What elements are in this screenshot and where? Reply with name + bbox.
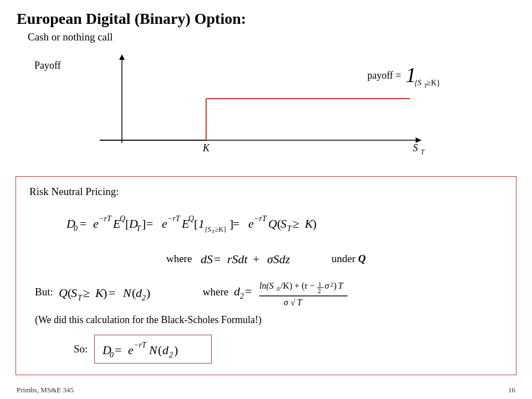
svg-text:2: 2 — [142, 294, 146, 302]
svg-text:−rT: −rT — [254, 214, 267, 223]
svg-text:2: 2 — [330, 281, 334, 288]
svg-text:≥K}: ≥K} — [215, 226, 227, 233]
svg-text:e: e — [162, 217, 167, 231]
svg-text:Q: Q — [59, 286, 68, 300]
svg-text:≥: ≥ — [293, 217, 299, 231]
svg-text:T: T — [297, 298, 303, 306]
svg-text:0: 0 — [277, 285, 280, 292]
main-formula-svg: D 0 = e −rT E Q [ D T ] = e −rT E Q [ 1 … — [55, 206, 477, 239]
svg-text:2: 2 — [240, 292, 244, 300]
svg-text:[: [ — [194, 217, 198, 231]
so-formula-box: D 0 = e −rT N ( d 2 ) — [94, 335, 212, 364]
svg-text:√: √ — [290, 298, 295, 306]
svg-text:2: 2 — [169, 351, 173, 359]
svg-text:T: T — [287, 224, 292, 233]
svg-text:+: + — [253, 252, 259, 266]
svg-text:dS: dS — [201, 252, 213, 266]
svg-text:=: = — [80, 217, 86, 231]
note-text: (We did this calculation for the Black-S… — [29, 314, 503, 326]
svg-text:2: 2 — [318, 287, 321, 295]
svg-text:Q: Q — [268, 217, 277, 231]
svg-text:): ) — [334, 281, 336, 291]
svg-text:rSdt: rSdt — [227, 252, 248, 266]
but-formula-svg: Q ( S T ≥ K ) = N ( d 2 ) — [59, 280, 192, 304]
d2-formula-svg: d 2 = ln(S 0 /K) + (r − 1 2 σ 2 ) T σ √ … — [234, 278, 400, 306]
page-number: 16 — [508, 386, 515, 395]
svg-text:T: T — [136, 224, 141, 233]
svg-text:): ) — [103, 286, 107, 300]
svg-text:Q: Q — [120, 214, 125, 223]
svg-text:−rT: −rT — [134, 341, 147, 349]
payoff-chart-svg: K S T — [55, 54, 443, 165]
svg-text:Q: Q — [188, 214, 194, 223]
svg-text:0: 0 — [110, 351, 114, 359]
svg-text:): ) — [313, 217, 316, 231]
where-label-2: where — [203, 286, 228, 298]
svg-text:(: ( — [158, 343, 162, 357]
svg-text:σ: σ — [325, 281, 330, 290]
where-row: where dS = rSdt + σSdz under Q — [29, 249, 503, 269]
svg-text:≥: ≥ — [83, 286, 90, 300]
svg-text:S: S — [413, 142, 418, 154]
svg-text:=: = — [233, 217, 239, 231]
svg-text:): ) — [174, 343, 178, 357]
chart-area: Payoff payoff = 1 {S T ≥K} K — [0, 49, 532, 176]
where-label-1: where — [166, 253, 192, 265]
svg-text:e: e — [93, 217, 99, 231]
under-q-label: under Q — [331, 253, 366, 265]
but-row: But: Q ( S T ≥ K ) = N ( d 2 ) where d 2… — [29, 278, 503, 306]
svg-text:−rT: −rT — [167, 214, 181, 223]
svg-text:T: T — [338, 281, 344, 290]
subtitle: Cash or nothing call — [0, 30, 532, 49]
svg-text:=: = — [146, 217, 153, 231]
so-row: So: D 0 = e −rT N ( d 2 ) — [29, 335, 503, 364]
svg-text:): ) — [146, 286, 150, 300]
sde-formula-svg: dS = rSdt + σSdz — [201, 249, 323, 269]
svg-text:=: = — [109, 286, 115, 300]
svg-text:σSdz: σSdz — [267, 252, 290, 266]
footer-text: Primbs, MS&E 345 — [17, 386, 74, 395]
svg-text:e: e — [248, 217, 254, 231]
svg-text:{S: {S — [205, 226, 211, 233]
bottom-box: Risk Neutral Pricing: D 0 = e −rT E Q [ … — [16, 176, 516, 375]
svg-text:T: T — [78, 294, 83, 302]
svg-text:K: K — [202, 142, 210, 154]
svg-text:=: = — [245, 284, 252, 298]
svg-marker-5 — [119, 54, 125, 60]
svg-text:=: = — [214, 252, 221, 266]
so-formula-svg: D 0 = e −rT N ( d 2 ) — [100, 337, 206, 361]
svg-text:/K) + (r −: /K) + (r − — [280, 281, 315, 291]
main-formula-row: D 0 = e −rT E Q [ D T ] = e −rT E Q [ 1 … — [29, 206, 503, 239]
risk-neutral-title: Risk Neutral Pricing: — [29, 186, 503, 198]
svg-text:N: N — [149, 343, 158, 357]
svg-text:S: S — [280, 217, 287, 231]
svg-text:−rT: −rT — [99, 214, 112, 223]
page-title: European Digital (Binary) Option: — [0, 0, 532, 30]
svg-text:0: 0 — [74, 224, 78, 233]
svg-text:T: T — [421, 148, 425, 156]
svg-text:e: e — [128, 343, 134, 357]
svg-text:σ: σ — [284, 298, 289, 306]
svg-text:]: ] — [142, 217, 146, 231]
svg-text:1: 1 — [198, 217, 204, 231]
svg-text:d: d — [162, 343, 169, 357]
svg-text:S: S — [71, 286, 77, 300]
svg-text:ln(S: ln(S — [259, 281, 274, 291]
but-label: But: — [35, 286, 53, 298]
svg-text:N: N — [122, 286, 132, 300]
so-label: So: — [74, 343, 88, 355]
svg-text:=: = — [115, 343, 121, 357]
